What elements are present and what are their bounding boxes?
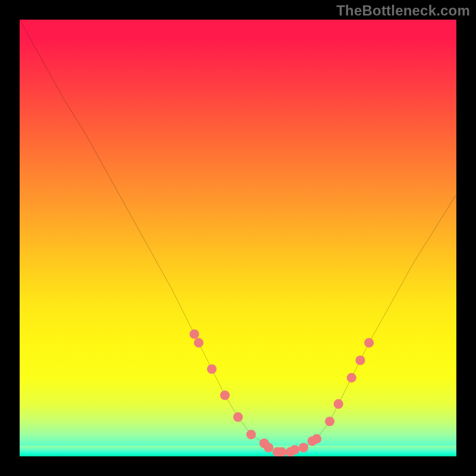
curve-marker: [364, 338, 374, 347]
curve-marker: [190, 329, 199, 339]
chart-frame: TheBottleneck.com: [0, 0, 476, 476]
curve-marker: [312, 434, 321, 444]
curve-marker-layer: [20, 20, 456, 456]
curve-marker: [194, 338, 203, 347]
curve-marker: [277, 447, 286, 456]
plot-area: [20, 20, 456, 456]
curve-marker: [264, 443, 273, 452]
curve-marker: [347, 373, 356, 383]
curve-marker: [325, 416, 334, 426]
curve-marker: [290, 445, 299, 455]
curve-marker: [246, 430, 256, 439]
curve-marker: [299, 443, 308, 452]
curve-marker: [220, 390, 230, 400]
watermark-label: TheBottleneck.com: [336, 2, 470, 19]
curve-marker: [207, 364, 217, 374]
curve-marker: [355, 355, 365, 365]
curve-marker: [233, 412, 243, 422]
curve-marker: [334, 399, 343, 409]
